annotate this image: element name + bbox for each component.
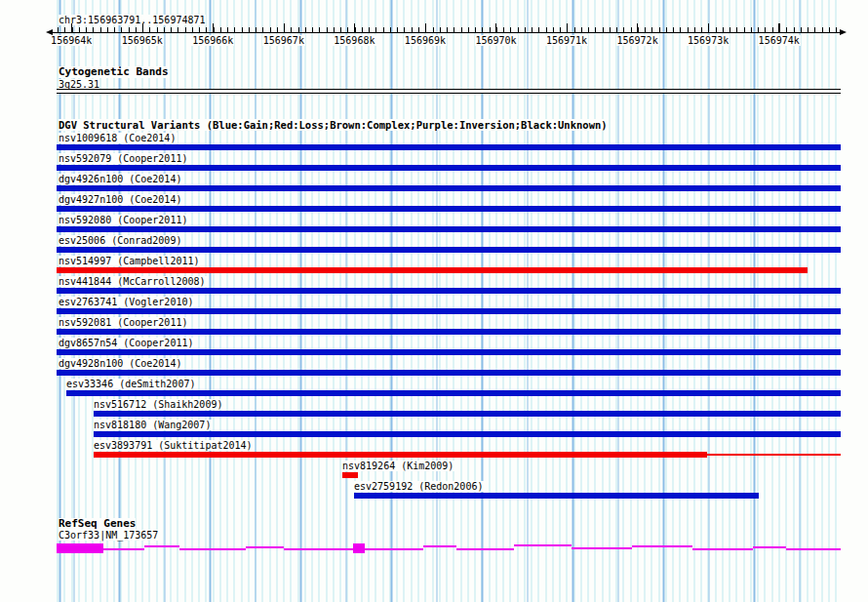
ruler-tick-label: 156969k <box>404 35 447 46</box>
ruler-tick-label: 156965k <box>121 35 164 46</box>
variant-label: esv2759192 (Redon2006) <box>354 481 485 492</box>
variant-bar[interactable] <box>57 144 841 150</box>
variant-bar[interactable] <box>354 493 759 499</box>
ruler-tick-label: 156964k <box>50 35 93 46</box>
gene-intron-line <box>786 548 841 550</box>
variant-bar[interactable] <box>94 452 707 458</box>
variant-label: nsv1009618 (Coe2014) <box>59 133 178 143</box>
gene-intron-line <box>753 546 786 548</box>
gene-intron-line <box>572 547 632 549</box>
variant-bar[interactable] <box>57 349 841 355</box>
variant-label: nsv819264 (Kim2009) <box>342 461 455 471</box>
gene-intron-line <box>692 548 753 550</box>
ruler-right-arrow-icon <box>840 29 847 35</box>
variant-label: nsv441844 (McCarroll2008) <box>59 276 208 287</box>
variant-bar[interactable] <box>57 288 841 294</box>
variant-label: nsv592080 (Cooper2011) <box>59 215 189 225</box>
variant-label: dgv8657n54 (Cooper2011) <box>59 338 195 348</box>
variant-bar[interactable] <box>342 472 358 478</box>
gene-intron-line <box>284 548 353 550</box>
gene-intron-line <box>456 548 514 550</box>
refseq-section-title: RefSeq Genes <box>59 518 136 530</box>
variant-label: nsv592081 (Cooper2011) <box>59 317 189 328</box>
variant-bar[interactable] <box>57 329 841 335</box>
ruler-tick-label: 156972k <box>616 35 659 46</box>
variant-bar[interactable] <box>57 267 808 273</box>
variant-label: dgv4926n100 (Coe2014) <box>59 174 183 184</box>
variant-bar[interactable] <box>66 390 841 396</box>
variant-bar[interactable] <box>94 431 841 437</box>
genome-browser-view: chr3:156963791..156974871 156964k156965k… <box>0 0 868 602</box>
variant-label: nsv592079 (Cooper2011) <box>59 153 189 164</box>
gene-exon-box[interactable] <box>353 543 365 553</box>
variant-label: nsv514997 (Campbell2011) <box>59 256 202 266</box>
gene-intron-line <box>423 545 456 547</box>
gene-intron-line <box>365 548 423 550</box>
gene-intron-line <box>103 548 144 550</box>
gene-exon-box[interactable] <box>57 543 103 553</box>
ruler-tick-label: 156966k <box>191 35 234 46</box>
variant-extent-line <box>707 454 841 456</box>
ruler-tick-label: 156974k <box>758 35 801 46</box>
variant-bar[interactable] <box>57 247 841 253</box>
variant-label: dgv4927n100 (Coe2014) <box>59 194 183 205</box>
variant-label: dgv4928n100 (Coe2014) <box>59 358 183 369</box>
variant-bar[interactable] <box>94 411 841 417</box>
cytoband-bar[interactable] <box>57 89 841 94</box>
variant-label: esv25006 (Conrad2009) <box>59 235 183 246</box>
variant-bar[interactable] <box>57 165 841 171</box>
variant-bar[interactable] <box>57 206 841 212</box>
ruler-tick-label: 156967k <box>262 35 305 46</box>
cytobands-section-title: Cytogenetic Bands <box>59 66 169 78</box>
ruler-tick-label: 156970k <box>474 35 517 46</box>
gene-intron-line <box>179 548 246 550</box>
variant-label: nsv818180 (Wang2007) <box>94 420 213 430</box>
gene-intron-line <box>632 545 692 547</box>
gene-name-label: C3orf33|NM_173657 <box>59 530 158 541</box>
ruler-major-ticks <box>71 23 785 32</box>
gene-intron-line <box>144 545 179 547</box>
ruler-line <box>51 32 842 33</box>
ruler-tick-label: 156971k <box>545 35 588 46</box>
variant-bar[interactable] <box>57 226 841 232</box>
gene-intron-line <box>246 546 284 548</box>
variant-label: esv3893791 (Suktitipat2014) <box>94 440 255 451</box>
gene-intron-line <box>514 544 572 546</box>
variant-bar[interactable] <box>57 308 841 314</box>
variant-label: esv33346 (deSmith2007) <box>66 379 197 389</box>
variant-label: nsv516712 (Shaikh2009) <box>94 399 224 410</box>
variant-bar[interactable] <box>57 185 841 191</box>
dgv-section-title: DGV Structural Variants (Blue:Gain;Red:L… <box>59 119 608 131</box>
ruler-tick-label: 156968k <box>333 35 375 46</box>
variant-bar[interactable] <box>57 370 841 376</box>
variant-label: esv2763741 (Vogler2010) <box>59 297 195 307</box>
ruler-tick-label: 156973k <box>687 35 730 46</box>
